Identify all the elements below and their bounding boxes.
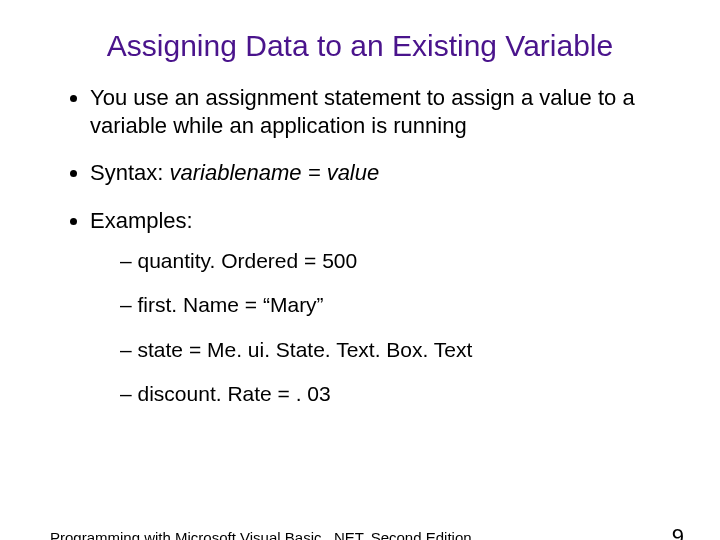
- bullet-item: Examples: quantity. Ordered = 500 first.…: [90, 207, 670, 408]
- bullet-list: You use an assignment statement to assig…: [70, 84, 670, 407]
- syntax-expression: variablename = value: [169, 160, 379, 185]
- slide: Assigning Data to an Existing Variable Y…: [0, 28, 720, 540]
- syntax-label: Syntax:: [90, 160, 169, 185]
- bullet-item: You use an assignment statement to assig…: [90, 84, 670, 139]
- examples-list: quantity. Ordered = 500 first. Name = “M…: [120, 248, 670, 407]
- example-item: first. Name = “Mary”: [120, 292, 670, 318]
- examples-label: Examples:: [90, 208, 193, 233]
- slide-footer: Programming with Microsoft Visual Basic …: [50, 529, 472, 540]
- page-number: 9: [672, 524, 684, 540]
- slide-title: Assigning Data to an Existing Variable: [60, 28, 660, 64]
- bullet-item: Syntax: variablename = value: [90, 159, 670, 187]
- example-item: quantity. Ordered = 500: [120, 248, 670, 274]
- example-item: discount. Rate = . 03: [120, 381, 670, 407]
- example-item: state = Me. ui. State. Text. Box. Text: [120, 337, 670, 363]
